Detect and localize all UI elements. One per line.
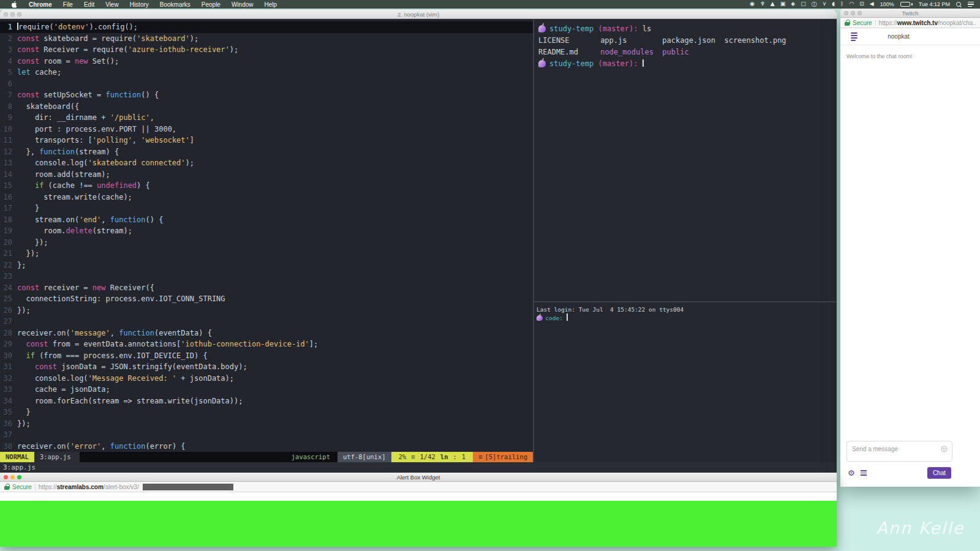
menu-status-icon[interactable]: ◀ [870, 1, 874, 9]
vim-scroll-percent: 2% [399, 452, 407, 462]
line-number: 3 [0, 44, 12, 56]
code-line: 1require('dotenv').config(); [0, 21, 533, 33]
terminal-titlebar[interactable]: 2. noopkat (vim) [0, 10, 837, 19]
code-line: 18 stream.on('end', function() { [0, 214, 533, 226]
vim-filetype: javascript [286, 452, 337, 462]
menu-status-icon[interactable]: ◠ [849, 1, 854, 9]
menu-status-area: ◉♆▲▣◈▢ⓘ⋎◖ᛒ◠⊡◀ 100% Tue 4:12 PM [750, 1, 980, 9]
emote-picker-icon[interactable] [941, 446, 948, 452]
menu-clock[interactable]: Tue 4:12 PM [919, 1, 950, 7]
line-number: 35 [0, 407, 12, 418]
vim-pane[interactable]: 1require('dotenv').config();2const skate… [0, 19, 533, 462]
menu-item-edit[interactable]: Edit [78, 1, 100, 8]
alert-window-title: Alert Box Widget [0, 474, 837, 481]
line-number: 29 [0, 339, 12, 350]
code-token: 'Message Received: ' [88, 374, 177, 383]
code-token: Last login: Tue Jul 4 15:45:22 on ttys00… [537, 306, 684, 313]
vim-ln-label: ln [440, 452, 448, 462]
vim-position-segment: 2% ≡ 1/42 ln : 1 [391, 452, 473, 462]
code-token: console.log( [17, 374, 88, 383]
menu-item-file[interactable]: File [58, 1, 78, 8]
chat-message-list[interactable]: Welcome to the chat room! [840, 45, 980, 441]
viewer-list-icon[interactable] [861, 470, 867, 476]
twitch-titlebar[interactable]: Twitch [840, 9, 980, 18]
twitch-url-bar[interactable]: Secure https://www.twitch.tv/noopkat/cha… [840, 18, 980, 28]
menu-item-window[interactable]: Window [226, 1, 259, 8]
secure-label: Secure [853, 20, 872, 26]
menu-status-icon[interactable]: ▣ [780, 1, 786, 9]
line-number: 13 [0, 157, 12, 169]
menu-status-icon[interactable]: ⊡ [859, 1, 864, 9]
menu-item-help[interactable]: Help [259, 1, 283, 8]
alert-box-window: Alert Box Widget Secure https://streamla… [0, 473, 837, 547]
menu-status-icon[interactable]: ᛒ [840, 1, 843, 9]
url-separator [35, 484, 36, 490]
menu-status-icon[interactable]: ⋎ [823, 1, 827, 9]
battery-icon [900, 2, 913, 7]
shell-pane-top[interactable]: study-temp (master): lsLICENSE app.js pa… [534, 19, 837, 301]
code-line: 27 [0, 316, 533, 328]
menu-status-icon[interactable]: ♆ [760, 1, 765, 9]
line-number: 20 [0, 237, 12, 249]
right-panes: study-temp (master): lsLICENSE app.js pa… [534, 19, 837, 462]
menu-status-icon[interactable]: ◈ [791, 1, 795, 9]
vim-colon: : [453, 452, 456, 462]
twitch-url[interactable]: https://www.twitch.tv/noopkat/cha... [879, 20, 976, 26]
code-line: 6 [0, 78, 533, 90]
menu-item-bookmarks[interactable]: Bookmarks [154, 1, 196, 8]
terminal-body: 1require('dotenv').config();2const skate… [0, 19, 837, 462]
alert-page-margin [0, 492, 837, 501]
code-token: ]; [309, 340, 318, 348]
code-token: (stream) { [75, 148, 119, 156]
line-number: 38 [0, 441, 12, 452]
code-token: function [110, 216, 146, 224]
line-number: 12 [0, 146, 12, 158]
code-token: dir: __dirname + [17, 113, 110, 122]
code-token: ] [190, 136, 194, 144]
shell-pane-bottom[interactable]: Last login: Tue Jul 4 15:45:22 on ttys00… [534, 302, 837, 462]
code-token: LICENSE app.js package.json screenshot.p… [538, 36, 786, 45]
code-token [17, 351, 26, 360]
menu-item-people[interactable]: People [196, 1, 226, 8]
code-token: code: [545, 315, 566, 321]
menu-status-icon[interactable]: ◉ [750, 1, 755, 9]
menu-items: ChromeFileEditViewHistoryBookmarksPeople… [23, 1, 282, 8]
menu-left: ChromeFileEditViewHistoryBookmarksPeople… [0, 1, 282, 8]
alert-url-bar[interactable]: Secure https://streamlabs.com/alert-box/… [0, 482, 837, 492]
line-number: 32 [0, 373, 12, 384]
code-line: 12 }, function(stream) { [0, 146, 533, 158]
code-token: const [26, 340, 48, 348]
terminal-line: LICENSE app.js package.json screenshot.p… [538, 35, 837, 47]
line-number: 2 [0, 33, 12, 45]
menu-status-icon[interactable]: ◖ [832, 1, 835, 9]
menu-status-icon[interactable]: ⓘ [812, 1, 817, 9]
code-token: ); [230, 45, 238, 54]
line-number: 8 [0, 101, 12, 113]
alert-titlebar[interactable]: Alert Box Widget [0, 473, 837, 482]
menu-item-history[interactable]: History [124, 1, 154, 8]
code-line: 33 cache = jsonData; [0, 384, 533, 395]
code-token: const [35, 362, 57, 371]
code-line: 28receiver.on('message', function(eventD… [0, 328, 533, 339]
menu-item-chrome[interactable]: Chrome [23, 1, 58, 8]
code-token: skateboard({ [17, 102, 79, 111]
menu-item-view[interactable]: View [100, 1, 124, 8]
statusline-fill [80, 452, 286, 462]
code-token: , [101, 442, 110, 451]
alert-url[interactable]: https://streamlabs.com/alert-box/v3/ [39, 484, 139, 490]
line-number: 22 [0, 260, 12, 271]
chat-settings-gear-icon[interactable]: ⚙ [848, 469, 855, 477]
notification-center-icon[interactable] [968, 2, 974, 7]
code-token: delete [66, 227, 92, 235]
apple-logo-icon[interactable] [10, 1, 18, 8]
code-token: 'end' [79, 216, 101, 224]
code-line: 3const Receiver = require('azure-iothub-… [0, 44, 533, 56]
spotlight-icon[interactable] [956, 2, 962, 7]
chat-send-button[interactable]: Chat [927, 467, 951, 479]
code-token: } [17, 204, 39, 212]
menu-status-icon[interactable]: ▲ [771, 1, 775, 9]
chat-message-input[interactable]: Send a message [846, 441, 952, 462]
menu-status-icon[interactable]: ▢ [801, 1, 806, 9]
code-token: , [110, 329, 119, 337]
secure-label: Secure [12, 484, 32, 490]
